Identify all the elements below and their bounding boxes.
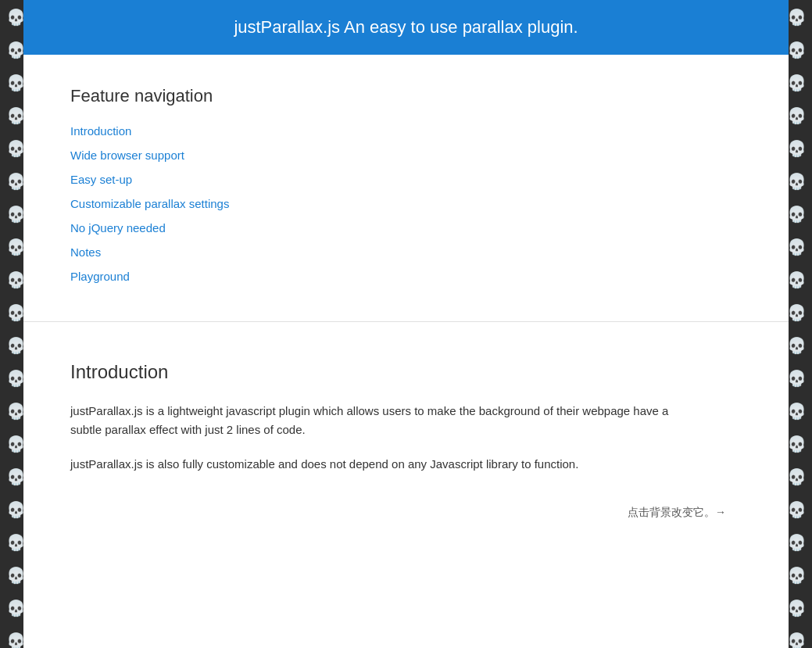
change-bg-container: 点击背景改变它。→ — [70, 505, 742, 520]
nav-link-playground[interactable]: Playground — [70, 270, 130, 283]
list-item: Playground — [70, 266, 742, 287]
nav-link-notes[interactable]: Notes — [70, 245, 101, 259]
change-bg-link[interactable]: 点击背景改变它。→ — [628, 506, 726, 518]
list-item: Wide browser support — [70, 145, 742, 166]
nav-link-wide-browser-support[interactable]: Wide browser support — [70, 149, 184, 162]
nav-link-no-jquery[interactable]: No jQuery needed — [70, 221, 166, 234]
introduction-paragraph1: justParallax.js is a lightweight javascr… — [70, 402, 680, 439]
nav-list: Introduction Wide browser support Easy s… — [70, 120, 742, 287]
list-item: Introduction — [70, 120, 742, 141]
introduction-section: Introduction justParallax.js is a lightw… — [23, 322, 789, 551]
introduction-paragraph2: justParallax.js is also fully customizab… — [70, 455, 680, 474]
feature-navigation-section: Feature navigation Introduction Wide bro… — [23, 55, 789, 322]
nav-heading: Feature navigation — [70, 86, 742, 106]
nav-link-easy-setup[interactable]: Easy set-up — [70, 173, 132, 186]
list-item: Customizable parallax settings — [70, 193, 742, 214]
page-title: justParallax.js An easy to use parallax … — [39, 17, 773, 38]
list-item: Notes — [70, 242, 742, 263]
nav-link-introduction[interactable]: Introduction — [70, 124, 131, 138]
list-item: Easy set-up — [70, 169, 742, 190]
list-item: No jQuery needed — [70, 217, 742, 238]
page-header: justParallax.js An easy to use parallax … — [23, 0, 789, 55]
introduction-heading: Introduction — [70, 361, 742, 383]
main-content: justParallax.js An easy to use parallax … — [23, 0, 789, 648]
nav-link-customizable[interactable]: Customizable parallax settings — [70, 197, 229, 210]
